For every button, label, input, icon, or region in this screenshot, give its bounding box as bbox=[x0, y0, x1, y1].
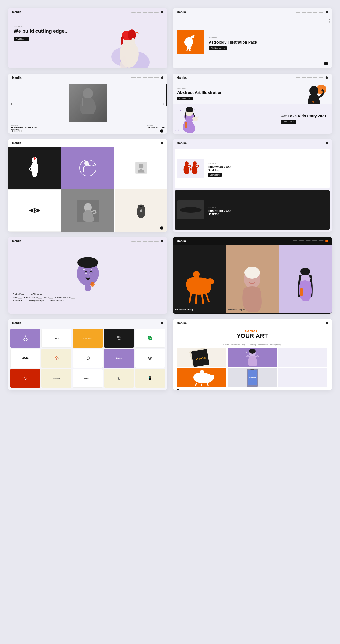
item1-cta[interactable]: Learn More bbox=[208, 173, 222, 177]
exhibit-cell-light bbox=[278, 368, 327, 387]
logo-cogiten: COGITEEN bbox=[104, 329, 134, 348]
nav-bar-3: Manila. bbox=[8, 74, 167, 81]
prev-arrow[interactable]: ‹ bbox=[11, 102, 12, 106]
pretty-face-icon bbox=[73, 256, 103, 291]
svg-point-51 bbox=[77, 257, 98, 268]
link-row-3: Sunshine ___ Pretty n'Purple ___ Illustr… bbox=[13, 299, 163, 302]
svg-point-49 bbox=[85, 273, 87, 274]
cat-love-section: ✦ ✦ ✦ Cat Love Ki bbox=[173, 104, 332, 134]
nav-drawing[interactable]: Drawing bbox=[249, 344, 256, 346]
exhibit-title: YOUR ART bbox=[177, 332, 327, 339]
card2-bottom-dot bbox=[324, 62, 328, 65]
dot bbox=[16, 130, 18, 132]
logo-camilla: Camilla bbox=[41, 369, 71, 388]
svg-text:Wonder.: Wonder. bbox=[249, 377, 257, 379]
exhibit-nav: Exhibit Illustration Logo Drawing Archit… bbox=[177, 344, 327, 346]
cat-love-cta[interactable]: Read More > bbox=[281, 120, 296, 124]
item2-title: Illustration 2020Desktop bbox=[208, 209, 231, 216]
col-purple-woman bbox=[279, 245, 332, 313]
svg-point-62 bbox=[300, 268, 310, 275]
logo-eye bbox=[10, 349, 40, 368]
card2-cta[interactable]: Find Out More > bbox=[209, 46, 227, 50]
nav-logo[interactable]: Logo bbox=[242, 344, 247, 346]
link-sunshine[interactable]: Sunshine ___ bbox=[13, 299, 26, 302]
link-pretty-face[interactable]: Pretty Face ___ bbox=[13, 293, 29, 295]
nav-link-bar bbox=[307, 323, 312, 323]
link-mag-issue[interactable]: MAG Issue ___ bbox=[31, 293, 46, 295]
nav-link-bar bbox=[137, 323, 141, 323]
logo-B2: 𝔅 bbox=[104, 369, 134, 388]
logo-wonder: Wonder. bbox=[73, 329, 103, 348]
nav-link-bar bbox=[154, 77, 159, 78]
svg-point-48 bbox=[91, 269, 92, 270]
nav-logo-9: Manila. bbox=[12, 321, 22, 324]
nav-link-bar bbox=[313, 77, 317, 78]
card1-cta[interactable]: Start Now → bbox=[14, 37, 29, 41]
nav-link-bar bbox=[313, 143, 317, 143]
card7-content: Pretty Face ___ MAG Issue ___ SOW ___ Pu… bbox=[8, 245, 167, 314]
cat-love-text: Cat Love Kids Story 2021 Read More > bbox=[281, 114, 326, 124]
woman-illustration bbox=[94, 19, 154, 68]
svg-line-75 bbox=[207, 383, 208, 386]
smiling-woman bbox=[236, 264, 269, 313]
nav-photography[interactable]: Photography bbox=[270, 344, 281, 346]
link-dots: ___ bbox=[49, 296, 53, 299]
nav-link-bar bbox=[143, 77, 147, 78]
link-purple-world[interactable]: Purple World ___ bbox=[24, 296, 42, 299]
nav-exhibit[interactable]: Exhibit bbox=[223, 344, 229, 346]
link-dots: ___ bbox=[43, 293, 46, 295]
card-magazine: Manila. bbox=[8, 237, 167, 314]
nav-logo-8: Manila. bbox=[177, 239, 187, 243]
card5-bottom-dot bbox=[160, 226, 163, 230]
dots-row bbox=[12, 130, 22, 132]
cat-rider-orange bbox=[190, 369, 214, 386]
cat-rider-icon bbox=[180, 32, 202, 52]
sparkle: ✦ bbox=[178, 129, 179, 131]
link-2020[interactable]: 2020 ___ bbox=[44, 296, 53, 299]
nav-link-bar bbox=[137, 77, 141, 78]
next-arrow[interactable]: › bbox=[163, 102, 165, 106]
abstract-cta[interactable]: Read More > bbox=[177, 97, 193, 100]
nav-illustration[interactable]: Illustration bbox=[231, 344, 240, 346]
link-sow[interactable]: SOW ___ bbox=[13, 296, 22, 299]
svg-point-65 bbox=[25, 358, 26, 359]
horseback-rider bbox=[183, 264, 216, 313]
nav-links-10 bbox=[296, 322, 328, 324]
nav-link-bar bbox=[148, 77, 153, 78]
cat-love-figure: ✦ ✦ ✦ bbox=[177, 106, 202, 132]
card2-side-dots bbox=[329, 19, 330, 23]
link-dots: ___ bbox=[38, 296, 42, 299]
nav-links-7 bbox=[131, 240, 163, 242]
item1-title: Illustration 2020Desktop bbox=[208, 165, 231, 172]
svg-point-60 bbox=[244, 267, 260, 279]
svg-point-9 bbox=[187, 42, 192, 46]
svg-point-26 bbox=[34, 157, 36, 160]
link-name: 2020 bbox=[44, 296, 49, 299]
sparkle: ✦ bbox=[175, 129, 177, 131]
nav-link-bar bbox=[302, 323, 306, 323]
nav-architecture[interactable]: Architecture bbox=[258, 344, 268, 346]
woman-photo bbox=[77, 200, 99, 222]
card-three-col: Manila. bbox=[173, 237, 332, 314]
nav-dot-9 bbox=[161, 322, 163, 324]
link-flower-garden[interactable]: Flower Garden ___ bbox=[55, 296, 75, 299]
card-photo-carousel: Manila. bbox=[8, 74, 167, 134]
svg-text:✦: ✦ bbox=[258, 353, 260, 355]
logo-text-maslo: MASLO bbox=[84, 377, 91, 379]
exhibit-cell-cat bbox=[177, 368, 226, 387]
link-pretty-purple[interactable]: Pretty n'Purple ___ bbox=[29, 299, 48, 302]
card1-text: Illustration We build cutting edge... St… bbox=[14, 25, 69, 41]
card8-columns: Horseback riding Smile making 21 bbox=[173, 245, 332, 313]
item2-text: Illustration Illustration 2020Desktop bbox=[208, 204, 231, 216]
logo-maslo: MASLO bbox=[73, 369, 103, 388]
svg-line-56 bbox=[202, 294, 203, 303]
nav-link-bar bbox=[296, 323, 300, 323]
nav-bar-6: Manila. bbox=[173, 139, 332, 147]
card-mosaic: Manila. bbox=[8, 139, 167, 232]
exhibit-label: EXHIBIT bbox=[177, 329, 327, 332]
link-illustration-21[interactable]: Illustration 21 ___ bbox=[50, 299, 69, 302]
link-name: Pretty n'Purple bbox=[29, 299, 44, 302]
magazine-links: Pretty Face ___ MAG Issue ___ SOW ___ Pu… bbox=[8, 293, 167, 303]
card-logos: Manila. 393 Wonder. bbox=[8, 319, 167, 390]
mosaic-cell-photo bbox=[61, 189, 114, 232]
